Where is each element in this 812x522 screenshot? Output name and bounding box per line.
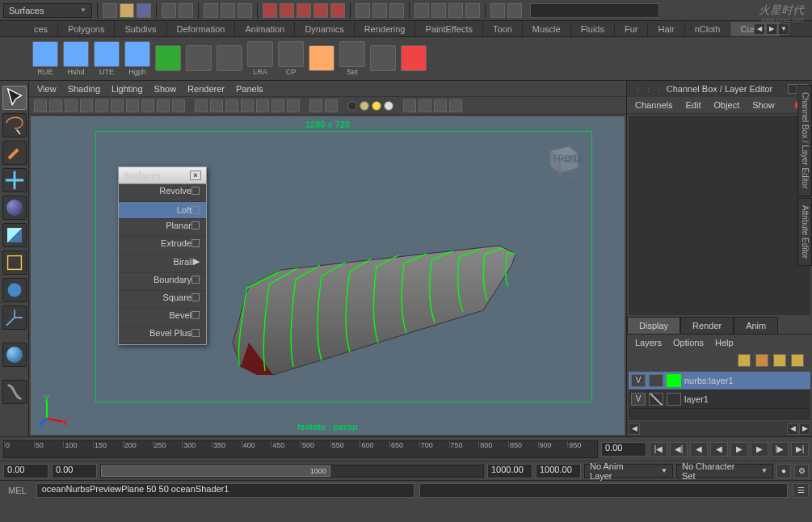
new-scene-icon[interactable] (103, 3, 117, 18)
move-tool[interactable] (2, 168, 27, 192)
layer-vis-toggle[interactable]: V (631, 374, 646, 387)
layer-tab-anim[interactable]: Anim (734, 317, 778, 334)
shelf-rue-icon[interactable] (32, 41, 58, 67)
layer-new-icon[interactable] (738, 354, 751, 367)
option-box-icon[interactable] (191, 239, 200, 247)
construction-icon[interactable] (389, 3, 404, 18)
layer-vis-toggle[interactable]: V (631, 393, 646, 406)
shelf-tab[interactable]: Fur (615, 22, 649, 36)
popup-item-revolve[interactable]: Revolve (119, 184, 206, 202)
play-fwd-icon[interactable]: ▶ (730, 442, 748, 457)
script-editor-icon[interactable]: ☰ (793, 483, 809, 498)
vp-shade-dot4[interactable] (384, 101, 393, 111)
shelf-set-icon[interactable] (339, 41, 365, 67)
layer-up-icon[interactable] (755, 354, 768, 367)
layer-row[interactable]: V nurbs:layer1 (629, 372, 810, 390)
shelf-tab[interactable]: Subdivs (115, 22, 166, 36)
layer-color-swatch[interactable] (667, 393, 681, 406)
render-icon[interactable] (414, 3, 429, 18)
paint-select-tool[interactable] (2, 141, 27, 165)
panel-menu-view[interactable]: View (37, 84, 57, 94)
show-manip-tool[interactable] (2, 305, 27, 330)
layer-type-toggle[interactable] (649, 374, 663, 387)
option-box-icon[interactable] (191, 206, 200, 214)
range-handle[interactable]: 1000 (101, 465, 330, 477)
hypershade-icon[interactable] (465, 3, 480, 18)
vp-wire-icon[interactable] (195, 99, 208, 112)
shelf-curve-icon[interactable] (309, 45, 334, 71)
panel-menu-panels[interactable]: Panels (236, 84, 263, 94)
popup-item-square[interactable]: Square (119, 291, 206, 309)
vp-shade-dot2[interactable] (360, 101, 369, 111)
step-back-key-icon[interactable]: ◀| (670, 442, 688, 457)
vp-motion-icon[interactable] (449, 99, 462, 112)
layout2-icon[interactable] (507, 3, 522, 18)
shelf-prev-icon[interactable]: ◀ (754, 23, 765, 35)
rotate-tool[interactable] (2, 196, 27, 220)
ship-hull-model[interactable] (192, 221, 532, 383)
vp-gate-icon[interactable] (157, 99, 170, 112)
play-start-field[interactable]: 0.00 (52, 464, 97, 478)
vp-2d-icon[interactable] (95, 99, 108, 112)
vp-shaded-icon[interactable] (210, 99, 223, 112)
render-settings-icon[interactable] (448, 3, 463, 18)
vp-wireshade-icon[interactable] (241, 99, 254, 112)
layer-add-icon[interactable] (773, 354, 786, 367)
vp-select-icon[interactable] (34, 99, 47, 112)
options-menu[interactable]: Options (673, 338, 704, 347)
vp-grid-icon[interactable] (111, 99, 124, 112)
vp-shade-dot1[interactable] (347, 101, 357, 111)
popup-item-planar[interactable]: Planar (119, 219, 206, 237)
panel-float-icon[interactable] (788, 84, 797, 94)
channel-box-body[interactable] (629, 116, 810, 315)
popup-title-bar[interactable]: Surfaces × (119, 167, 206, 184)
shelf-menu-icon[interactable]: ▼ (778, 23, 789, 35)
snap-point-icon[interactable] (297, 3, 311, 18)
vp-image-icon[interactable] (80, 99, 93, 112)
shelf-eye2-icon[interactable] (217, 45, 242, 71)
cmd-input[interactable]: oceanNurbsPreviewPlane 50 50 oceanShader… (36, 483, 414, 498)
snap-grid-icon[interactable] (263, 3, 277, 18)
redo-icon[interactable] (179, 3, 193, 18)
object-menu[interactable]: Object (713, 100, 739, 110)
scroll-right2-icon[interactable]: ▶ (799, 423, 810, 435)
history-icon[interactable] (356, 3, 370, 18)
layout-tool[interactable] (2, 380, 27, 404)
menu-set-dropdown[interactable]: Surfaces (3, 3, 92, 18)
shelf-tab[interactable]: Polygons (58, 22, 115, 36)
layer-color-swatch[interactable] (667, 374, 681, 387)
panel-menu-lighting[interactable]: Lighting (111, 84, 143, 94)
layers-menu[interactable]: Layers (635, 338, 662, 347)
vp-sel-icon[interactable] (434, 99, 447, 112)
option-box-icon[interactable] (191, 187, 200, 195)
vp-shadow-icon[interactable] (271, 99, 284, 112)
shelf-lra-icon[interactable] (247, 41, 273, 67)
vp-res-icon[interactable] (141, 99, 154, 112)
shelf-cp-icon[interactable] (278, 41, 304, 67)
option-box-icon[interactable] (191, 311, 200, 319)
popup-item-loft[interactable]: Loft (119, 202, 206, 219)
popup-item-extrude[interactable]: Extrude (119, 237, 206, 255)
go-start-icon[interactable]: |◀ (650, 442, 667, 457)
shelf-next-icon[interactable]: ▶ (766, 23, 777, 35)
range-slider[interactable]: 1000 (100, 465, 484, 478)
prefs-icon[interactable]: ⚙ (794, 464, 809, 478)
layer-tab-render[interactable]: Render (680, 317, 734, 334)
vp-render-icon[interactable] (403, 99, 416, 112)
soft-tool[interactable] (2, 278, 27, 302)
ipr-icon[interactable] (431, 3, 446, 18)
history-off-icon[interactable] (372, 3, 387, 18)
vp-safe-icon[interactable] (172, 99, 185, 112)
help-menu[interactable]: Help (715, 338, 734, 347)
channels-menu[interactable]: Channels (635, 100, 672, 110)
step-fwd-icon[interactable]: ▶ (751, 442, 768, 457)
shelf-tab[interactable]: Hair (648, 22, 684, 36)
lasso-tool[interactable] (2, 113, 27, 137)
vp-tex-icon[interactable] (225, 99, 238, 112)
shelf-tab[interactable]: Rendering (355, 22, 416, 36)
vp-light-icon[interactable] (256, 99, 269, 112)
play-end-field[interactable]: 1000.00 (487, 464, 532, 478)
time-ruler[interactable]: 0501001502002503003504004505005506006507… (3, 440, 598, 458)
layer-type-toggle[interactable] (649, 393, 663, 406)
option-box-icon[interactable] (191, 276, 200, 284)
